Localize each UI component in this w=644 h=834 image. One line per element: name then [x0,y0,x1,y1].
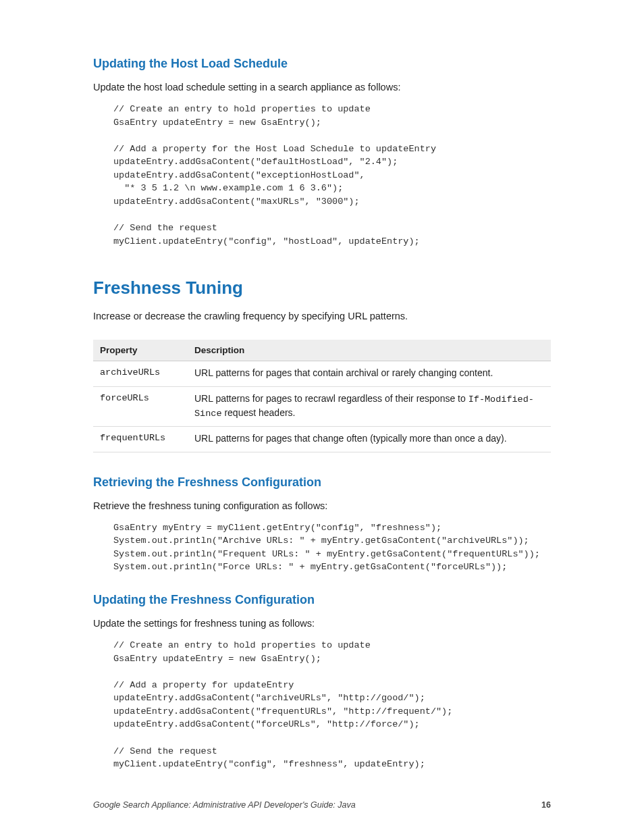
footer-title: Google Search Appliance: Administrative … [93,800,356,810]
page-number: 16 [541,800,551,810]
table-row: forceURLs URL patterns for pages to recr… [93,387,551,427]
heading-retrieve-freshness: Retrieving the Freshness Configuration [93,475,551,490]
code-s3: GsaEntry myEntry = myClient.getEntry("co… [113,521,551,574]
table-row: archiveURLs URL patterns for pages that … [93,361,551,387]
prop-name: frequentURLs [93,426,188,452]
intro-s2: Increase or decrease the crawling freque… [93,309,551,323]
prop-name: archiveURLs [93,361,188,387]
prop-name: forceURLs [93,387,188,427]
intro-s4: Update the settings for freshness tuning… [93,617,551,631]
heading-update-host-load: Updating the Host Load Schedule [93,57,551,71]
prop-desc: URL patterns for pages that contain arch… [188,361,551,387]
heading-update-freshness: Updating the Freshness Configuration [93,593,551,607]
page-footer: Google Search Appliance: Administrative … [93,800,551,810]
code-s4: // Create an entry to hold properties to… [113,639,551,771]
table-row: frequentURLs URL patterns for pages that… [93,426,551,452]
code-s1: // Create an entry to hold properties to… [113,103,551,248]
heading-freshness-tuning: Freshness Tuning [93,278,551,298]
prop-desc: URL patterns for pages that change often… [188,426,551,452]
th-description: Description [188,340,551,361]
page-content: Updating the Host Load Schedule Update t… [0,0,644,771]
th-property: Property [93,340,188,361]
intro-s3: Retrieve the freshness tuning configurat… [93,499,551,513]
intro-s1: Update the host load schedule setting in… [93,80,551,95]
properties-table: Property Description archiveURLs URL pat… [93,340,551,452]
prop-desc: URL patterns for pages to recrawl regard… [188,387,551,427]
